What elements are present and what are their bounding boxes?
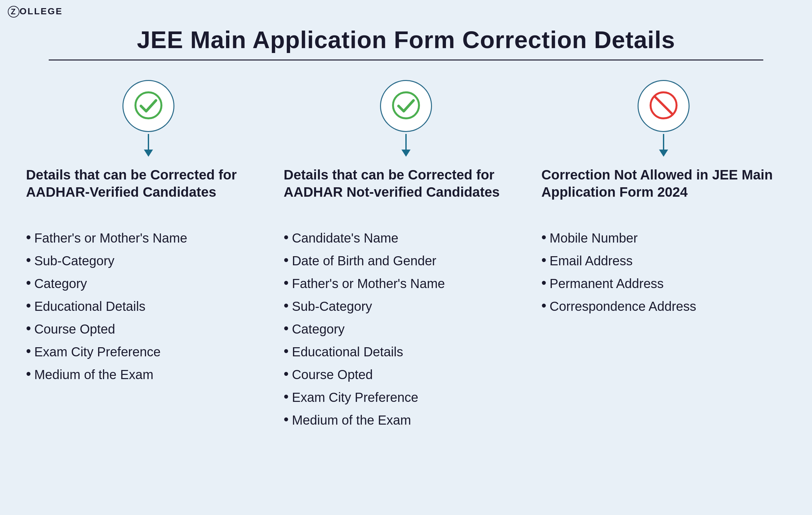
svg-marker-9 <box>659 150 668 157</box>
logo: ZOLLEGE <box>8 6 63 18</box>
arrow-not-allowed <box>542 135 786 157</box>
list-item: Medium of the Exam <box>26 366 187 383</box>
check-icon <box>392 91 420 121</box>
list-item: Exam City Preference <box>26 343 187 360</box>
page-title: JEE Main Application Form Correction Det… <box>0 26 812 54</box>
arrow-aadhar-verified <box>26 135 270 157</box>
logo-z: Z <box>8 6 20 18</box>
column-aadhar-not-verified: Details that can be Corrected for AADHAR… <box>284 80 528 434</box>
icon-circle-aadhar-not-verified <box>380 80 432 132</box>
logo-rest: OLLEGE <box>20 6 63 16</box>
list-item: Course Opted <box>284 366 445 383</box>
icon-container-not-allowed <box>542 80 786 132</box>
list-item: Sub-Category <box>284 298 445 315</box>
icon-container-aadhar-not-verified <box>284 80 528 132</box>
list-item: Medium of the Exam <box>284 412 445 429</box>
bullet-list-not-allowed: Mobile NumberEmail AddressPermanent Addr… <box>542 229 696 321</box>
title-underline <box>49 59 763 60</box>
list-item: Educational Details <box>284 343 445 360</box>
svg-point-0 <box>136 92 162 118</box>
svg-marker-5 <box>402 150 410 157</box>
list-item: Permanent Address <box>542 275 696 292</box>
list-item: Exam City Preference <box>284 389 445 406</box>
list-item: Category <box>26 275 187 292</box>
list-item: Mobile Number <box>542 229 696 246</box>
icon-container-aadhar-verified <box>26 80 270 132</box>
svg-marker-2 <box>144 150 153 157</box>
list-item: Category <box>284 321 445 337</box>
svg-line-7 <box>656 97 672 113</box>
no-icon <box>649 91 678 121</box>
col-heading-aadhar-not-verified: Details that can be Corrected for AADHAR… <box>284 166 528 218</box>
column-not-allowed: Correction Not Allowed in JEE Main Appli… <box>542 80 786 434</box>
list-item: Father's or Mother's Name <box>26 229 187 246</box>
list-item: Educational Details <box>26 298 187 315</box>
col-heading-aadhar-verified: Details that can be Corrected for AADHAR… <box>26 166 270 218</box>
arrow-aadhar-not-verified <box>284 135 528 157</box>
icon-circle-not-allowed <box>638 80 690 132</box>
bullet-list-aadhar-verified: Father's or Mother's NameSub-CategoryCat… <box>26 229 187 389</box>
svg-point-3 <box>393 92 419 118</box>
list-item: Correspondence Address <box>542 298 696 315</box>
list-item: Sub-Category <box>26 252 187 269</box>
list-item: Candidate's Name <box>284 229 445 246</box>
list-item: Date of Birth and Gender <box>284 252 445 269</box>
columns-container: Details that can be Corrected for AADHAR… <box>0 80 812 434</box>
list-item: Course Opted <box>26 321 187 337</box>
col-heading-not-allowed: Correction Not Allowed in JEE Main Appli… <box>542 166 786 218</box>
bullet-list-aadhar-not-verified: Candidate's NameDate of Birth and Gender… <box>284 229 445 434</box>
check-icon <box>134 91 163 121</box>
column-aadhar-verified: Details that can be Corrected for AADHAR… <box>26 80 270 434</box>
list-item: Email Address <box>542 252 696 269</box>
icon-circle-aadhar-verified <box>122 80 174 132</box>
list-item: Father's or Mother's Name <box>284 275 445 292</box>
